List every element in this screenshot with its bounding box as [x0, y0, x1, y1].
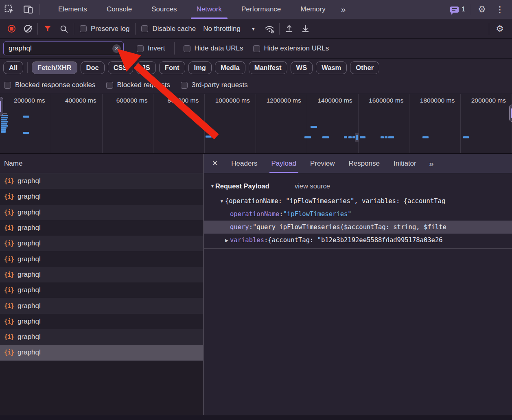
more-panels-icon[interactable]: » — [335, 0, 351, 19]
disable-cache-label: Disable cache — [152, 25, 196, 33]
request-waterfall-bar — [360, 136, 365, 138]
type-pill-doc[interactable]: Doc — [81, 61, 105, 74]
checkbox-box — [253, 45, 260, 52]
detail-tab-payload[interactable]: Payload — [265, 154, 303, 173]
request-waterfall-bar — [381, 136, 384, 138]
expand-triangle-icon[interactable]: ▶ — [223, 238, 230, 243]
request-row[interactable]: {i}graphql — [0, 329, 203, 345]
resource-type-filter-row: AllFetch/XHRDocCSSJSFontImgMediaManifest… — [0, 59, 512, 77]
record-button[interactable] — [4, 22, 18, 36]
overview-right-grip[interactable] — [509, 105, 512, 122]
request-row[interactable]: {i}graphql — [0, 236, 203, 251]
network-settings-gear-icon[interactable]: ⚙ — [491, 24, 509, 33]
tab-performance[interactable]: Performance — [232, 0, 291, 19]
name-column-header[interactable]: Name — [0, 154, 203, 173]
inspect-element-icon[interactable] — [0, 0, 19, 19]
payload-entry-operationName[interactable]: operationName: "ipFlowTimeseries" — [204, 208, 512, 221]
type-pill-all[interactable]: All — [3, 61, 23, 74]
throttling-select[interactable]: No throttling ▼ — [203, 25, 256, 33]
fetch-xhr-icon: {i} — [4, 349, 14, 356]
type-pill-media[interactable]: Media — [215, 61, 245, 74]
tab-network[interactable]: Network — [187, 0, 232, 19]
request-row[interactable]: {i}graphql — [0, 267, 203, 282]
fetch-xhr-icon: {i} — [4, 318, 14, 325]
collapse-triangle-icon: ▼ — [219, 199, 225, 203]
detail-tab-preview[interactable]: Preview — [303, 154, 341, 173]
payload-entry-variables[interactable]: ▶variables: {accountTag: "b12e3b2192ee55… — [204, 234, 512, 247]
kebab-menu-icon[interactable]: ⋮ — [491, 4, 509, 14]
3rd-party-requests-checkbox[interactable]: 3rd-party requests — [181, 81, 248, 89]
collapse-triangle-icon[interactable]: ▼ — [210, 184, 214, 188]
panel-tabs: ElementsConsoleSourcesNetworkPerformance… — [48, 0, 335, 19]
disable-cache-checkbox[interactable]: Disable cache — [141, 25, 196, 33]
request-row[interactable]: {i}graphql — [0, 282, 203, 298]
type-pill-fetchxhr[interactable]: Fetch/XHR — [32, 61, 77, 74]
request-row[interactable]: {i}graphql — [0, 189, 203, 204]
request-row[interactable]: {i}graphql — [0, 345, 203, 360]
hide-extension-urls-checkbox[interactable]: Hide extension URLs — [253, 44, 329, 52]
detail-tab-response[interactable]: Response — [341, 154, 387, 173]
filter-toggle-icon[interactable] — [41, 22, 55, 36]
checkbox-label: 3rd-party requests — [192, 81, 248, 89]
request-waterfall-bar — [356, 135, 358, 140]
type-pill-img[interactable]: Img — [188, 61, 212, 74]
blocked-requests-checkbox[interactable]: Blocked requests — [106, 81, 170, 89]
request-waterfall-bar — [1, 129, 6, 131]
request-row[interactable]: {i}graphql — [0, 314, 203, 329]
settings-gear-icon[interactable]: ⚙ — [473, 5, 491, 14]
preserve-log-checkbox[interactable]: Preserve log — [80, 25, 129, 33]
issues-button[interactable]: 1 — [446, 6, 469, 13]
type-pill-other[interactable]: Other — [350, 61, 379, 74]
import-har-icon[interactable] — [282, 22, 296, 36]
type-pill-css[interactable]: CSS — [108, 61, 133, 74]
timeline-tick: 800000 ms — [153, 94, 205, 153]
type-pill-wasm[interactable]: Wasm — [316, 61, 347, 74]
request-list-panel: Name {i}graphql{i}graphql{i}graphql{i}gr… — [0, 154, 204, 420]
preserve-log-label: Preserve log — [91, 25, 129, 33]
timeline-tick: 1200000 ms — [256, 94, 307, 153]
blocked-response-cookies-checkbox[interactable]: Blocked response cookies — [4, 81, 96, 89]
export-har-icon[interactable] — [299, 22, 313, 36]
request-waterfall-bar — [23, 116, 29, 118]
tab-memory[interactable]: Memory — [291, 0, 335, 19]
detail-tab-bar: ✕ HeadersPayloadPreviewResponseInitiator… — [204, 154, 512, 173]
message-bubble-icon — [450, 7, 459, 13]
overview-left-grip[interactable] — [0, 97, 3, 116]
tab-elements[interactable]: Elements — [48, 0, 97, 19]
request-row[interactable]: {i}graphql — [0, 251, 203, 267]
request-row[interactable]: {i}graphql — [0, 298, 203, 313]
tab-console[interactable]: Console — [97, 0, 142, 19]
payload-entry-query[interactable]: query: "query ipFlowTimeseries($accountT… — [204, 221, 512, 234]
type-pill-manifest[interactable]: Manifest — [249, 61, 287, 74]
fetch-xhr-icon: {i} — [4, 256, 14, 263]
filter-input[interactable] — [9, 44, 112, 52]
tab-sources[interactable]: Sources — [142, 0, 186, 19]
view-source-link[interactable]: view source — [295, 182, 330, 190]
request-waterfall-bar — [304, 136, 311, 138]
type-pill-ws[interactable]: WS — [291, 61, 313, 74]
request-waterfall-bar — [23, 132, 29, 134]
more-detail-tabs-icon[interactable]: » — [423, 154, 439, 173]
request-row[interactable]: {i}graphql — [0, 173, 203, 189]
invert-checkbox[interactable]: Invert — [137, 44, 165, 52]
network-overview-timeline[interactable]: 200000 ms400000 ms600000 ms800000 ms1000… — [0, 94, 512, 154]
fetch-xhr-icon: {i} — [4, 177, 14, 185]
hide-data-urls-checkbox[interactable]: Hide data URLs — [184, 44, 243, 52]
device-toolbar-icon[interactable] — [19, 0, 37, 19]
network-conditions-icon[interactable] — [263, 22, 276, 36]
type-pill-js[interactable]: JS — [136, 61, 156, 74]
clear-network-log-button[interactable] — [21, 22, 35, 36]
detail-tab-initiator[interactable]: Initiator — [387, 154, 423, 173]
fetch-xhr-icon: {i} — [4, 287, 14, 294]
checkbox-box — [181, 82, 188, 89]
detail-tab-headers[interactable]: Headers — [224, 154, 264, 173]
checkbox-label: Blocked response cookies — [15, 81, 96, 89]
payload-summary-line[interactable]: ▼ {operationName: "ipFlowTimeseries", va… — [204, 195, 512, 208]
close-detail-icon[interactable]: ✕ — [204, 154, 224, 173]
type-pill-font[interactable]: Font — [159, 61, 185, 74]
chevron-down-icon: ▼ — [251, 26, 256, 31]
request-row[interactable]: {i}graphql — [0, 205, 203, 220]
search-icon[interactable] — [57, 22, 71, 36]
clear-filter-icon[interactable]: ✕ — [112, 44, 121, 53]
request-row[interactable]: {i}graphql — [0, 220, 203, 236]
